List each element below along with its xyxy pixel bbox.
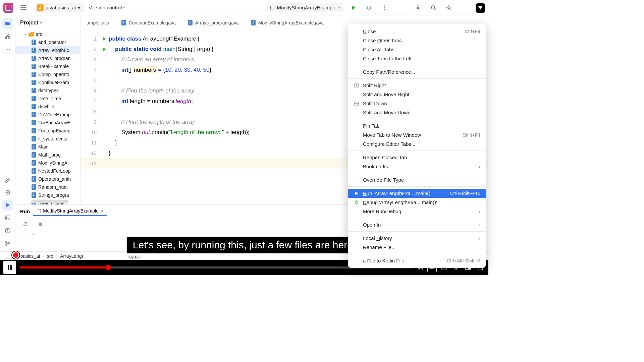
editor-tab[interactable]: ContinueExample.java [115,15,182,30]
folder-icon [29,32,34,37]
ctx-local-history[interactable]: Local History› [348,234,486,243]
tree-file[interactable]: ContinueExam [15,78,80,86]
tree-file[interactable]: Main [15,143,80,151]
ctx-rename-file[interactable]: Rename File... [348,243,486,252]
ctx-split-down[interactable]: Split Down [348,99,486,108]
ctx-split-move-down[interactable]: Split and Move Down [348,108,486,117]
more-run-options[interactable]: ⋮ [50,219,60,230]
run-button[interactable] [348,2,359,13]
editor-tab[interactable]: Arrays_program.java [182,15,245,30]
ctx-run-main[interactable]: Run 'ArrayLengthExa....main()'Ctrl+Shift… [348,189,486,198]
play-icon [354,191,360,195]
progress-knob[interactable] [106,265,111,270]
ctx-close[interactable]: CloseCtrl+F4 [348,27,486,36]
search-icon[interactable] [428,2,439,13]
ctx-configure-tabs[interactable]: Configure Editor Tabs... [348,139,486,148]
ctx-split-right[interactable]: Split Right [348,81,486,90]
editor-tab[interactable]: ample.java [80,15,115,30]
svg-point-15 [355,201,358,204]
tree-file[interactable]: and_operator [15,38,80,46]
tree-file[interactable]: dowhile [15,103,80,111]
stop-button[interactable] [35,219,46,230]
ctx-more-run-debug[interactable]: More Run/Debug› [348,207,486,216]
tree-file[interactable]: DoWhileExamp [15,111,80,119]
tree-file[interactable]: Date_Time [15,95,80,103]
ctx-bookmarks[interactable]: Bookmarks› [348,162,486,171]
terminal-tool-button[interactable] [2,213,13,223]
tree-label: and_operator [38,40,66,45]
problems-tool-button[interactable] [2,225,13,236]
editor-tab[interactable]: ModifyStringArrayExample.java [245,15,330,30]
ctx-reopen[interactable]: Reopen Closed Tab [348,153,486,162]
tree-folder-src[interactable]: ▾src [15,30,80,38]
build-tool-button[interactable] [2,174,13,185]
run-gutter-icon[interactable] [99,37,109,41]
svg-rect-5 [5,37,7,39]
ctx-debug-main[interactable]: Debug 'ArrayLengthExa....main()' [348,198,486,207]
tree-file[interactable]: ModifyStringAr [15,159,80,167]
tree-file[interactable]: Random_num [15,183,80,191]
tree-file[interactable]: Comp_operato [15,70,80,78]
rerun-button[interactable] [20,219,31,230]
horizontal-scrollbar[interactable] [32,200,68,203]
ctx-move-tab[interactable]: Move Tab to New WindowShift+F4 [348,130,486,139]
java-file-icon [32,80,36,85]
java-file-icon [32,64,36,69]
ctx-split-move-right[interactable]: Split and Move Right [348,90,486,99]
ctx-close-left[interactable]: Close Tabs to the Left [348,54,486,63]
main-menu-button[interactable] [18,2,29,13]
ctx-override-file-type[interactable]: Override File Type [348,175,486,184]
run-config-selector[interactable]: ⬚ ModifyStringArrayExample ▾ [267,3,343,12]
tree-file[interactable]: Strings_progra [15,191,80,199]
tree-file[interactable]: if_syatements [15,135,80,143]
tree-file[interactable]: Arrays_progran [15,54,80,62]
download-badge-icon[interactable] [476,3,485,13]
tree-label: NestedForLoop [38,168,71,174]
tree-label: datatypes [38,88,59,93]
line-number: 3 [80,57,99,62]
breadcrumb-icon: ⬚ [5,253,9,259]
run-gutter-icon[interactable] [99,47,109,52]
breadcrumb-item[interactable]: src [47,253,53,259]
expand-output-button[interactable]: › [32,231,34,237]
more-tool-button[interactable]: ⋯ [2,44,13,54]
project-tool-button[interactable] [2,18,13,29]
breadcrumb-item[interactable]: ArrayLengt [60,253,83,259]
ctx-convert-kotlin[interactable]: a File to Kotlin FileCtrl+Alt+Shift+K [348,256,486,265]
ctx-copy-path[interactable]: Copy Path/Reference... [348,67,486,76]
vcs-tool-button[interactable] [2,238,13,249]
settings-icon[interactable] [443,2,454,13]
ctx-open-in[interactable]: Open In› [348,220,486,229]
ctx-close-all[interactable]: Close All Tabs [348,45,486,54]
version-control-menu[interactable]: Version control ▾ [89,5,125,10]
tree-file[interactable]: Operators_arith [15,175,80,183]
project-tree: ▾src and_operator ArrayLengthEx Arrays_p… [15,30,80,215]
project-panel-header[interactable]: Project ▾ [15,15,80,30]
tree-file[interactable]: ArrayLengthEx [15,46,80,54]
tree-file[interactable]: ForLoopExamp [15,127,80,135]
minimize-window-button[interactable]: — [459,2,470,13]
ctx-pin-tab[interactable]: Pin Tab [348,121,486,130]
line-number: 2 [80,46,99,52]
tree-file[interactable]: datatypes [15,86,80,95]
tree-label: Operators_arith [38,176,71,182]
run-tab[interactable]: ⬚ModifyStringArrayExample× [33,207,107,216]
tree-label: ForEachArrayE [38,120,70,125]
project-selector[interactable]: J javabasics_ai ▾ [34,3,84,12]
services-tool-button[interactable] [2,187,13,198]
tree-file[interactable]: ForEachArrayE [15,119,80,127]
tree-file[interactable]: NestedForLoop [15,167,80,175]
java-file-icon [32,136,36,141]
pause-button[interactable] [3,261,16,274]
tree-file[interactable]: Math_prog [15,151,80,159]
close-icon[interactable]: × [101,208,103,214]
debug-button[interactable] [364,2,374,13]
ctx-close-other[interactable]: Close Other Tabs [348,36,486,45]
run-tool-button[interactable] [2,200,13,210]
line-number: 6 [80,88,99,94]
more-actions-button[interactable]: ⋮ [379,2,390,13]
code-with-me-icon[interactable] [413,2,423,13]
tree-file[interactable]: BreakExample [15,62,80,70]
tab-label: ModifyStringArrayExample.java [258,20,324,25]
structure-tool-button[interactable] [2,31,13,42]
